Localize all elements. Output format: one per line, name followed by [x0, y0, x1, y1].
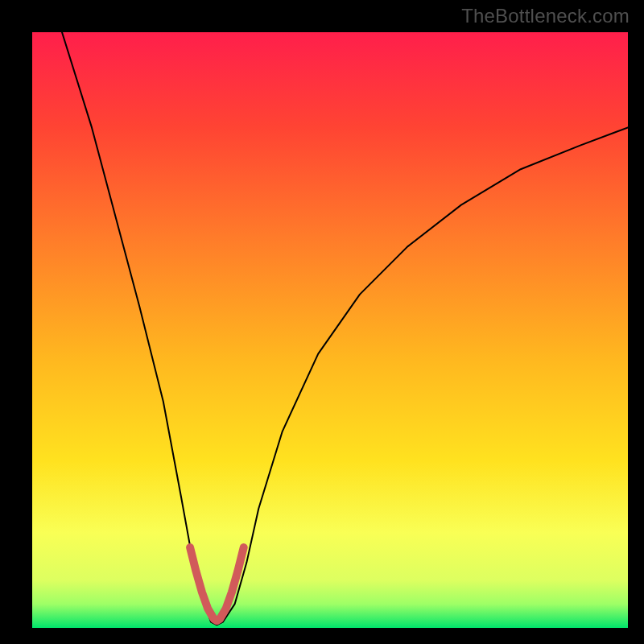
plot-area: [32, 32, 628, 628]
chart-svg: [32, 32, 628, 628]
watermark-text: TheBottleneck.com: [461, 5, 630, 27]
gradient-background: [32, 32, 628, 628]
chart-frame: TheBottleneck.com: [0, 0, 644, 644]
